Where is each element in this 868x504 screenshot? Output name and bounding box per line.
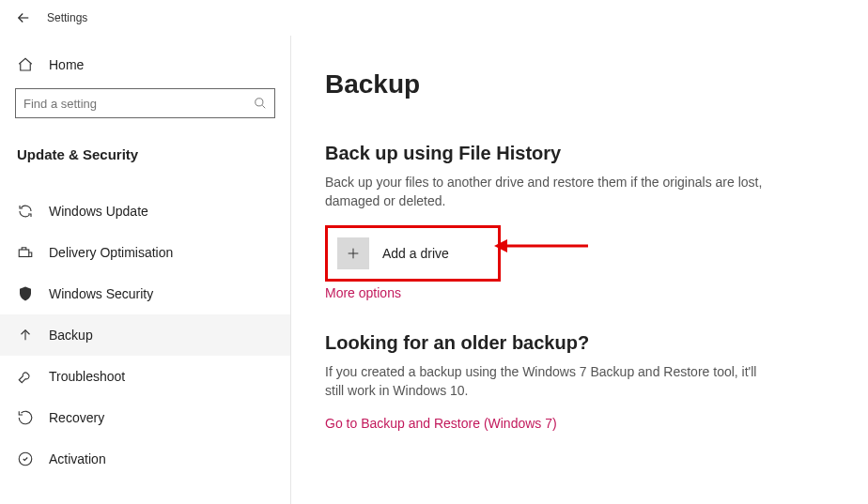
titlebar: Settings bbox=[0, 0, 868, 36]
sync-icon bbox=[17, 203, 34, 220]
activation-icon bbox=[17, 451, 34, 467]
sidebar-item-troubleshoot[interactable]: Troubleshoot bbox=[15, 356, 275, 397]
sidebar-item-windows-security[interactable]: Windows Security bbox=[15, 273, 275, 314]
sidebar-item-label: Backup bbox=[49, 328, 93, 343]
sidebar-item-label: Windows Update bbox=[49, 204, 148, 219]
wrench-icon bbox=[17, 368, 34, 385]
search-input-wrap[interactable] bbox=[15, 88, 275, 118]
section-heading-file-history: Back up using File History bbox=[325, 143, 834, 164]
more-options-link[interactable]: More options bbox=[325, 285, 401, 300]
sidebar-item-label: Windows Security bbox=[49, 286, 153, 301]
home-icon bbox=[17, 56, 34, 73]
sidebar-item-label: Activation bbox=[49, 451, 106, 466]
sidebar-section-header: Update & Security bbox=[15, 141, 275, 191]
search-icon bbox=[254, 97, 267, 110]
section-description: If you created a backup using the Window… bbox=[325, 363, 767, 400]
section-description: Back up your files to another drive and … bbox=[325, 174, 767, 210]
shield-icon bbox=[17, 285, 34, 302]
content-area: Backup Back up using File History Back u… bbox=[291, 36, 868, 504]
sidebar-item-label: Recovery bbox=[49, 410, 104, 425]
home-label: Home bbox=[49, 57, 84, 72]
backup-arrow-icon bbox=[17, 327, 34, 344]
svg-rect-1 bbox=[19, 250, 29, 257]
add-drive-button[interactable]: Add a drive bbox=[325, 225, 501, 282]
search-input[interactable] bbox=[23, 97, 254, 111]
delivery-icon bbox=[17, 244, 34, 261]
add-drive-label: Add a drive bbox=[382, 246, 449, 261]
sidebar-item-label: Delivery Optimisation bbox=[49, 245, 173, 260]
sidebar: Home Update & Security Windows Update De… bbox=[0, 36, 291, 504]
recovery-icon bbox=[17, 409, 34, 426]
svg-marker-4 bbox=[494, 239, 507, 252]
page-title: Backup bbox=[325, 69, 834, 99]
back-arrow-icon[interactable] bbox=[15, 9, 32, 26]
section-heading-older-backup: Looking for an older backup? bbox=[325, 332, 834, 354]
main-layout: Home Update & Security Windows Update De… bbox=[0, 36, 868, 504]
sidebar-item-delivery-optimisation[interactable]: Delivery Optimisation bbox=[15, 232, 275, 273]
window-title: Settings bbox=[47, 11, 87, 24]
sidebar-item-activation[interactable]: Activation bbox=[15, 438, 275, 480]
annotation-arrow-icon bbox=[494, 235, 588, 257]
backup-restore-link[interactable]: Go to Backup and Restore (Windows 7) bbox=[325, 416, 557, 431]
sidebar-item-label: Troubleshoot bbox=[49, 369, 125, 384]
plus-icon bbox=[337, 237, 369, 269]
svg-point-0 bbox=[256, 99, 263, 106]
sidebar-item-backup[interactable]: Backup bbox=[0, 314, 290, 356]
sidebar-home[interactable]: Home bbox=[15, 49, 275, 88]
sidebar-item-recovery[interactable]: Recovery bbox=[15, 397, 275, 438]
sidebar-item-windows-update[interactable]: Windows Update bbox=[15, 191, 275, 232]
